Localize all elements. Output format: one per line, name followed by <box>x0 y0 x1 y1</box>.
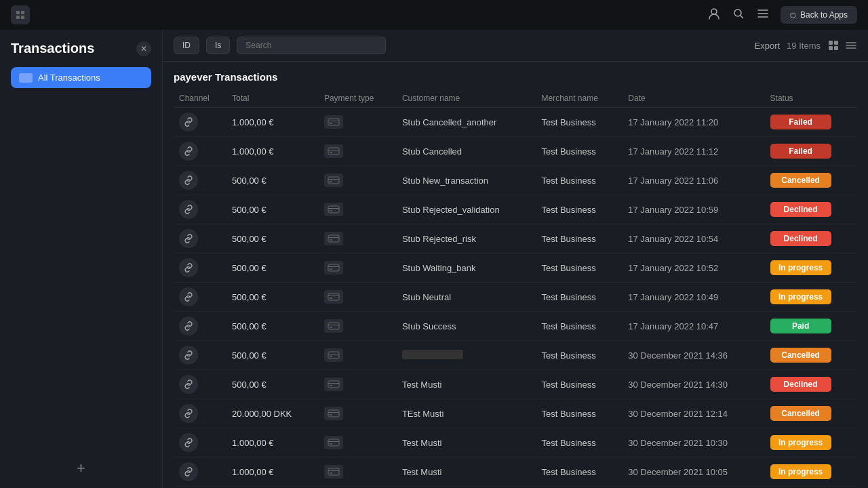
filter-bar: ID Is Export 19 Items <box>163 30 868 62</box>
cell-customer-name: Stub New_transaction <box>397 166 536 195</box>
topbar-left <box>11 5 30 24</box>
table-row[interactable]: 500,00 € Test Business30 December 2021 1… <box>174 341 857 370</box>
svg-rect-13 <box>330 152 332 153</box>
payment-card-icon <box>324 407 343 420</box>
channel-link-icon <box>179 375 198 394</box>
payment-card-icon <box>324 348 343 362</box>
cell-customer-name: Test Musti <box>397 370 536 399</box>
cell-channel <box>174 341 226 370</box>
channel-link-icon <box>179 171 198 190</box>
transactions-table: Channel Total Payment type Customer name… <box>174 89 857 488</box>
table-row[interactable]: 500,00 € Stub Rejected_riskTest Business… <box>174 224 857 253</box>
table-row[interactable]: 500,00 € Stub SuccessTest Business17 Jan… <box>174 312 857 341</box>
svg-rect-26 <box>328 352 339 359</box>
redacted-name <box>402 350 463 359</box>
cell-status: Failed <box>765 137 857 166</box>
cell-payment-type <box>319 224 397 253</box>
cell-channel <box>174 399 226 428</box>
cell-payment-type <box>319 108 397 137</box>
sidebar-close-button[interactable]: ✕ <box>136 41 151 56</box>
status-badge: Declined <box>770 202 831 217</box>
status-badge: Declined <box>770 377 831 392</box>
cell-merchant-name: Test Business <box>536 458 623 487</box>
svg-rect-1 <box>21 11 24 14</box>
cell-payment-type <box>319 166 397 195</box>
cell-status: Declined <box>765 370 857 399</box>
svg-rect-6 <box>829 41 833 45</box>
status-badge: Declined <box>770 231 831 246</box>
cell-total: 500,00 € <box>226 283 319 312</box>
cell-status: In progress <box>765 458 857 487</box>
back-to-apps-button[interactable]: Back to Apps <box>781 6 857 24</box>
status-badge: In progress <box>770 260 831 275</box>
table-row[interactable]: 1.000,00 € Test MustiTest Business30 Dec… <box>174 458 857 487</box>
payment-card-icon <box>324 174 343 187</box>
svg-rect-15 <box>330 181 332 182</box>
table-row[interactable]: 500,00 € Stub Rejected_validationTest Bu… <box>174 195 857 224</box>
col-total: Total <box>226 89 319 108</box>
channel-link-icon <box>179 229 198 248</box>
cell-merchant-name: Test Business <box>536 108 623 137</box>
table-row[interactable]: 1.000,00 € Test MustiTest Business30 Dec… <box>174 428 857 458</box>
cell-merchant-name: Test Business <box>536 137 623 166</box>
status-badge: In progress <box>770 289 831 304</box>
add-button[interactable]: + <box>77 460 85 477</box>
table-row[interactable]: 500,00 € Stub NeutralTest Business17 Jan… <box>174 283 857 312</box>
svg-rect-9 <box>834 46 838 50</box>
cell-status: In progress <box>765 428 857 458</box>
cell-date: 30 December 2021 10:30 <box>623 428 764 458</box>
table-row[interactable]: 1.000,00 € Stub Cancelled_anotherTest Bu… <box>174 108 857 137</box>
status-badge: Paid <box>770 319 831 333</box>
cell-payment-type <box>319 458 397 487</box>
search-input[interactable] <box>237 37 386 54</box>
cell-merchant-name: Test Business <box>536 253 623 283</box>
cell-customer-name: Stub Rejected_validation <box>397 195 536 224</box>
cell-status: Declined <box>765 224 857 253</box>
table-row[interactable]: 500,00 € Test MustiTest Business30 Decem… <box>174 370 857 399</box>
status-badge: Failed <box>770 144 831 159</box>
cell-date: 17 January 2022 11:12 <box>623 137 764 166</box>
search-icon[interactable] <box>732 7 745 24</box>
main-layout: Transactions ✕ All Transactions + ID Is … <box>0 30 868 488</box>
cell-merchant-name: Test Business <box>536 224 623 253</box>
sidebar-title: Transactions ✕ <box>11 41 151 56</box>
table-row[interactable]: 500,00 € Stub Waiting_bankTest Business1… <box>174 253 857 283</box>
svg-rect-22 <box>328 293 339 300</box>
svg-rect-11 <box>330 123 332 124</box>
svg-rect-8 <box>829 46 833 50</box>
filter-id-chip[interactable]: ID <box>174 37 199 54</box>
svg-rect-29 <box>330 385 332 386</box>
svg-rect-27 <box>330 356 332 357</box>
cell-date: 17 January 2022 10:54 <box>623 224 764 253</box>
table-row[interactable]: 500,00 € Stub New_transactionTest Busine… <box>174 166 857 195</box>
svg-rect-28 <box>328 381 339 388</box>
cell-date: 30 December 2021 14:36 <box>623 341 764 370</box>
svg-rect-3 <box>21 16 24 19</box>
cell-status: Failed <box>765 108 857 137</box>
channel-link-icon <box>179 462 198 481</box>
cell-date: 30 December 2021 14:30 <box>623 370 764 399</box>
sidebar-item-all-transactions[interactable]: All Transactions <box>11 67 151 88</box>
cell-channel <box>174 195 226 224</box>
cell-total: 1.000,00 € <box>226 137 319 166</box>
table-row[interactable]: 20.000,00 DKK TEst MustiTest Business30 … <box>174 399 857 428</box>
table-row[interactable]: 1.000,00 € Stub CancelledTest Business17… <box>174 137 857 166</box>
app-logo[interactable] <box>11 5 30 24</box>
cell-channel <box>174 312 226 341</box>
svg-rect-17 <box>330 210 332 211</box>
view-toggle[interactable] <box>827 39 857 52</box>
topbar-right: Back to Apps <box>707 6 857 24</box>
payment-card-icon <box>324 261 343 274</box>
payment-card-icon <box>324 465 343 479</box>
svg-rect-20 <box>328 264 339 271</box>
export-button[interactable]: Export <box>755 41 781 51</box>
cell-total: 500,00 € <box>226 224 319 253</box>
col-date: Date <box>623 89 764 108</box>
filter-is-chip[interactable]: Is <box>206 37 230 54</box>
svg-rect-12 <box>328 148 339 155</box>
profile-icon[interactable] <box>707 7 721 24</box>
cell-customer-name: Test Musti <box>397 428 536 458</box>
cell-customer-name: Stub Rejected_risk <box>397 224 536 253</box>
cell-payment-type <box>319 341 397 370</box>
menu-icon[interactable] <box>756 7 770 24</box>
